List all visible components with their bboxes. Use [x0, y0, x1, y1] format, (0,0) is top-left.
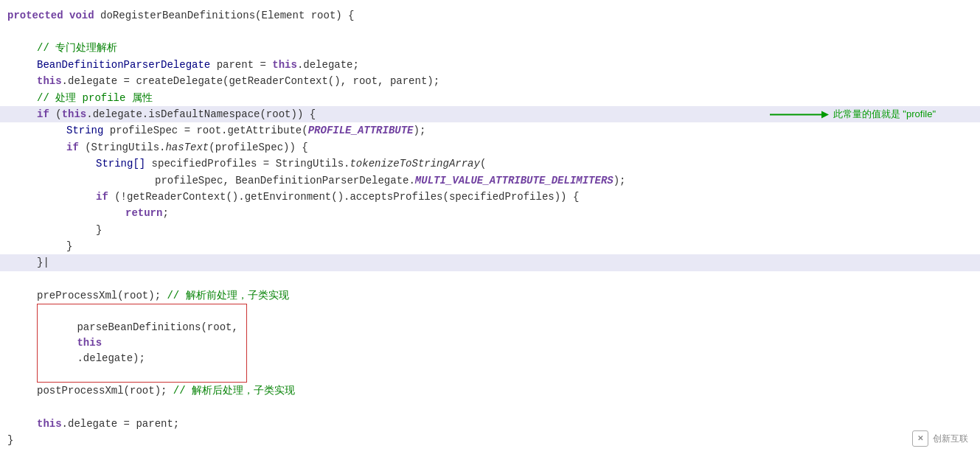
arrow-svg [770, 107, 829, 122]
code-line-profilespec: String profileSpec = root.getAttribute( … [0, 122, 980, 139]
plain: } [96, 222, 102, 238]
plain: (StringUtils. [79, 139, 166, 156]
code-line-return: return ; [0, 205, 980, 221]
keyword-if2: if [66, 139, 79, 156]
empty-line3 [0, 400, 980, 416]
plain: postProcessXml(root); [37, 383, 173, 399]
plain: (profileSpec)) { [209, 139, 307, 156]
empty-line [0, 24, 980, 40]
watermark: ✕ 创新互联 [912, 430, 968, 447]
watermark-icon: ✕ [912, 430, 928, 447]
keyword-this3: this [62, 106, 87, 122]
watermark-text: 创新互联 [933, 432, 968, 446]
keyword-this2: this [37, 73, 62, 89]
code-line-if2: if (StringUtils. hasText (profileSpec)) … [0, 139, 980, 156]
code-line: protected void doRegisterBeanDefinitions… [0, 7, 980, 24]
keyword-protected: protected [7, 7, 63, 24]
plain: .delegate = createDelegate(getReaderCont… [62, 73, 439, 89]
code-line-restore: this .delegate = parent; [0, 416, 980, 432]
code-line-comment2: // 处理 profile 属性 [0, 90, 980, 106]
plain: .delegate = parent; [62, 416, 180, 432]
empty-line2 [0, 271, 980, 287]
const-multi-value: MULTI_VALUE_ATTRIBUTE_DELIMITERS [415, 172, 614, 189]
plain: } [66, 238, 72, 254]
annotation-text: 此常量的值就是 "profile" [833, 107, 936, 122]
code-line-close3: }| [0, 254, 980, 271]
keyword-this1: this [272, 57, 297, 73]
code-line-close2: } [0, 238, 980, 254]
boxed-code: parseBeanDefinitions(root, this .delegat… [37, 304, 247, 383]
code-line-delegate2: this .delegate = createDelegate(getReade… [0, 73, 980, 89]
plain: ); [614, 172, 626, 189]
code-line-post: postProcessXml(root); // 解析后处理，子类实现 [0, 383, 980, 399]
code-line-accepts: if (!getReaderContext().getEnvironment()… [0, 189, 980, 205]
type-stringarr: String[] [96, 156, 145, 172]
plain: .delegate; [297, 57, 359, 73]
annotation-arrow: 此常量的值就是 "profile" [770, 107, 936, 122]
plain: .delegate.isDefaultNamespace(root)) { [86, 106, 316, 122]
code-line-delegate1: BeanDefinitionParserDelegate parent = th… [0, 57, 980, 73]
comment-pre: // 解析前处理，子类实现 [167, 287, 288, 304]
code-line-multi: profileSpec, BeanDefinitionParserDelegat… [0, 172, 980, 189]
code-container: protected void doRegisterBeanDefinitions… [0, 0, 980, 456]
const-profile-attr: PROFILE_ATTRIBUTE [308, 122, 414, 139]
plain: profileSpec, BeanDefinitionParserDelegat… [155, 172, 415, 189]
plain: ( [49, 106, 62, 122]
plain: .delegate); [77, 352, 145, 364]
method-hastext: hasText [165, 139, 209, 156]
plain: ); [414, 122, 426, 139]
code-line-specified: String[] specifiedProfiles = StringUtils… [0, 156, 980, 172]
type-bean: BeanDefinitionParserDelegate [37, 57, 210, 73]
comment-profile: // 处理 profile 属性 [37, 90, 153, 106]
code-line-parse: parseBeanDefinitions(root, this .delegat… [0, 304, 980, 383]
keyword-void: void [69, 7, 94, 24]
plain: parseBeanDefinitions(root, [77, 321, 244, 333]
method-signature: doRegisterBeanDefinitions(Element root) … [94, 7, 355, 24]
code-line-comment1: // 专门处理解析 [0, 40, 980, 56]
plain: (!getReaderContext().getEnvironment().ac… [108, 189, 580, 205]
keyword-if3: if [96, 189, 108, 205]
plain: specifiedProfiles = StringUtils. [145, 156, 350, 172]
plain: preProcessXml(root); [37, 287, 167, 304]
type-string1: String [66, 122, 103, 139]
code-line-final-close: } [0, 432, 980, 448]
keyword-return: return [125, 205, 162, 221]
code-line-close1: } [0, 222, 980, 238]
plain: ; [162, 205, 168, 221]
plain: }| [37, 254, 49, 271]
keyword-if: if [37, 106, 49, 122]
plain: profileSpec = root.getAttribute( [103, 122, 307, 139]
plain: ( [480, 156, 486, 172]
keyword-this4: this [77, 337, 102, 349]
code-line-pre: preProcessXml(root); // 解析前处理，子类实现 [0, 287, 980, 304]
keyword-this5: this [37, 416, 62, 432]
comment-post: // 解析后处理，子类实现 [173, 383, 295, 399]
comment-cn: // 专门处理解析 [37, 40, 117, 56]
plain-text [63, 7, 69, 24]
plain: parent = [210, 57, 272, 73]
plain: } [7, 432, 13, 448]
svg-marker-1 [821, 111, 829, 118]
method-tokenize: tokenizeToStringArray [350, 156, 479, 172]
code-line-if: if ( this .delegate.isDefaultNamespace(r… [0, 106, 980, 122]
